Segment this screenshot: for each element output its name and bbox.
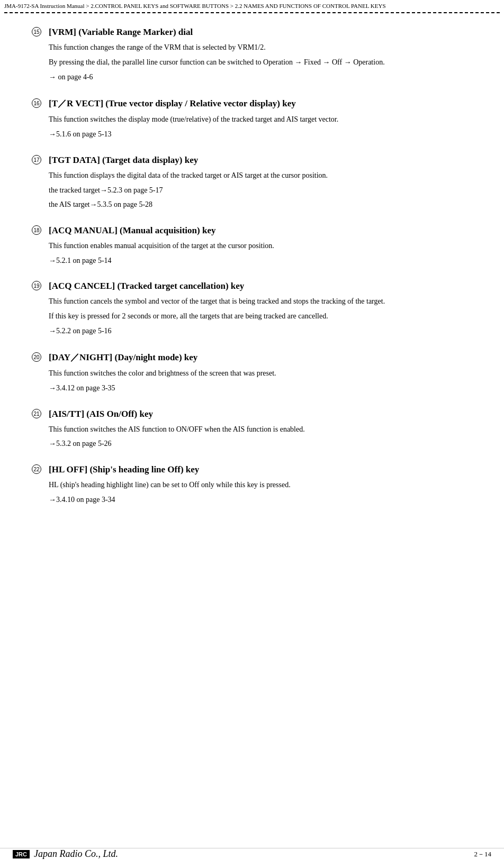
section-title-s18: [ACQ MANUAL] (Manual acquisition) key bbox=[49, 225, 215, 236]
section-s21: 21[AIS/TT] (AIS On/Off) keyThis function… bbox=[32, 409, 472, 450]
section-number-s18: 18 bbox=[32, 225, 47, 235]
section-title-s20: [DAY／NIGHT] (Day/night mode) key bbox=[49, 351, 197, 363]
section-paragraph: This function switches the display mode … bbox=[49, 114, 472, 125]
logo-box: JRC bbox=[13, 850, 30, 858]
section-title-s22: [HL OFF] (Ship's heading line Off) key bbox=[49, 464, 199, 475]
section-ref: the AIS target→5.3.5 on page 5-28 bbox=[49, 199, 472, 211]
section-header-s22: 22[HL OFF] (Ship's heading line Off) key bbox=[32, 464, 472, 475]
circled-number-s20: 20 bbox=[32, 352, 41, 362]
section-s16: 16[T／R VECT] (True vector display / Rela… bbox=[32, 97, 472, 140]
section-title-s17: [TGT DATA] (Target data display) key bbox=[49, 155, 198, 166]
section-paragraph: This function cancels the symbol and vec… bbox=[49, 296, 472, 307]
section-paragraph: By pressing the dial, the parallel line … bbox=[49, 57, 472, 68]
section-paragraph: This function changes the range of the V… bbox=[49, 42, 472, 53]
page-number: 2－14 bbox=[474, 849, 492, 859]
section-ref: →5.2.1 on page 5-14 bbox=[49, 255, 472, 267]
section-number-s21: 21 bbox=[32, 409, 47, 418]
section-header-s17: 17[TGT DATA] (Target data display) key bbox=[32, 155, 472, 166]
section-paragraph: HL (ship's heading highlight line) can b… bbox=[49, 479, 472, 491]
section-title-s15: [VRM] (Variable Range Marker) dial bbox=[49, 27, 193, 38]
section-header-s20: 20[DAY／NIGHT] (Day/night mode) key bbox=[32, 351, 472, 363]
main-content: 15[VRM] (Variable Range Marker) dialThis… bbox=[0, 13, 504, 552]
section-body-s16: This function switches the display mode … bbox=[32, 114, 472, 140]
logo-text: Japan Radio Co., Ltd. bbox=[34, 848, 118, 860]
section-number-s15: 15 bbox=[32, 27, 47, 36]
section-title-s16: [T／R VECT] (True vector display / Relati… bbox=[49, 97, 296, 109]
section-ref: →5.3.2 on page 5-26 bbox=[49, 438, 472, 450]
section-ref: →3.4.10 on page 3-34 bbox=[49, 494, 472, 506]
section-body-s19: This function cancels the symbol and vec… bbox=[32, 296, 472, 336]
section-ref: →3.4.12 on page 3-35 bbox=[49, 382, 472, 394]
section-body-s22: HL (ship's heading highlight line) can b… bbox=[32, 479, 472, 505]
section-s17: 17[TGT DATA] (Target data display) keyTh… bbox=[32, 155, 472, 211]
section-body-s21: This function switches the AIS function … bbox=[32, 424, 472, 450]
section-paragraph: This function displays the digital data … bbox=[49, 170, 472, 181]
section-number-s17: 17 bbox=[32, 155, 47, 165]
section-number-s22: 22 bbox=[32, 464, 47, 474]
section-header-s21: 21[AIS/TT] (AIS On/Off) key bbox=[32, 409, 472, 419]
circled-number-s19: 19 bbox=[32, 281, 41, 290]
section-number-s20: 20 bbox=[32, 352, 47, 362]
section-s18: 18[ACQ MANUAL] (Manual acquisition) keyT… bbox=[32, 225, 472, 266]
section-title-s21: [AIS/TT] (AIS On/Off) key bbox=[49, 409, 153, 419]
section-body-s18: This function enables manual acquisition… bbox=[32, 240, 472, 266]
section-s20: 20[DAY／NIGHT] (Day/night mode) keyThis f… bbox=[32, 351, 472, 394]
section-header-s16: 16[T／R VECT] (True vector display / Rela… bbox=[32, 97, 472, 109]
section-body-s15: This function changes the range of the V… bbox=[32, 42, 472, 83]
section-title-s19: [ACQ CANCEL] (Tracked target cancellatio… bbox=[49, 281, 244, 291]
section-header-s15: 15[VRM] (Variable Range Marker) dial bbox=[32, 27, 472, 38]
company-logo: JRC Japan Radio Co., Ltd. bbox=[13, 848, 118, 860]
page-footer: JRC Japan Radio Co., Ltd. 2－14 bbox=[0, 848, 504, 860]
section-ref: → on page 4-6 bbox=[49, 71, 472, 83]
section-paragraph: If this key is pressed for 2 seconds or … bbox=[49, 310, 472, 322]
section-ref: →5.2.2 on page 5-16 bbox=[49, 325, 472, 337]
section-body-s17: This function displays the digital data … bbox=[32, 170, 472, 211]
circled-number-s15: 15 bbox=[32, 27, 41, 36]
section-number-s19: 19 bbox=[32, 281, 47, 290]
breadcrumb: JMA-9172-SA Instruction Manual > 2.CONTR… bbox=[0, 0, 504, 12]
section-s15: 15[VRM] (Variable Range Marker) dialThis… bbox=[32, 27, 472, 83]
section-paragraph: This function enables manual acquisition… bbox=[49, 240, 472, 252]
circled-number-s16: 16 bbox=[32, 98, 41, 108]
circled-number-s21: 21 bbox=[32, 409, 41, 418]
section-body-s20: This function switches the color and bri… bbox=[32, 368, 472, 394]
section-header-s18: 18[ACQ MANUAL] (Manual acquisition) key bbox=[32, 225, 472, 236]
circled-number-s18: 18 bbox=[32, 225, 41, 235]
section-s19: 19[ACQ CANCEL] (Tracked target cancellat… bbox=[32, 281, 472, 336]
circled-number-s17: 17 bbox=[32, 155, 41, 165]
section-header-s19: 19[ACQ CANCEL] (Tracked target cancellat… bbox=[32, 281, 472, 291]
section-paragraph: This function switches the AIS function … bbox=[49, 424, 472, 435]
section-ref: the tracked target→5.2.3 on page 5-17 bbox=[49, 185, 472, 196]
section-paragraph: This function switches the color and bri… bbox=[49, 368, 472, 379]
section-ref: →5.1.6 on page 5-13 bbox=[49, 129, 472, 140]
section-s22: 22[HL OFF] (Ship's heading line Off) key… bbox=[32, 464, 472, 505]
section-number-s16: 16 bbox=[32, 98, 47, 108]
circled-number-s22: 22 bbox=[32, 464, 41, 474]
